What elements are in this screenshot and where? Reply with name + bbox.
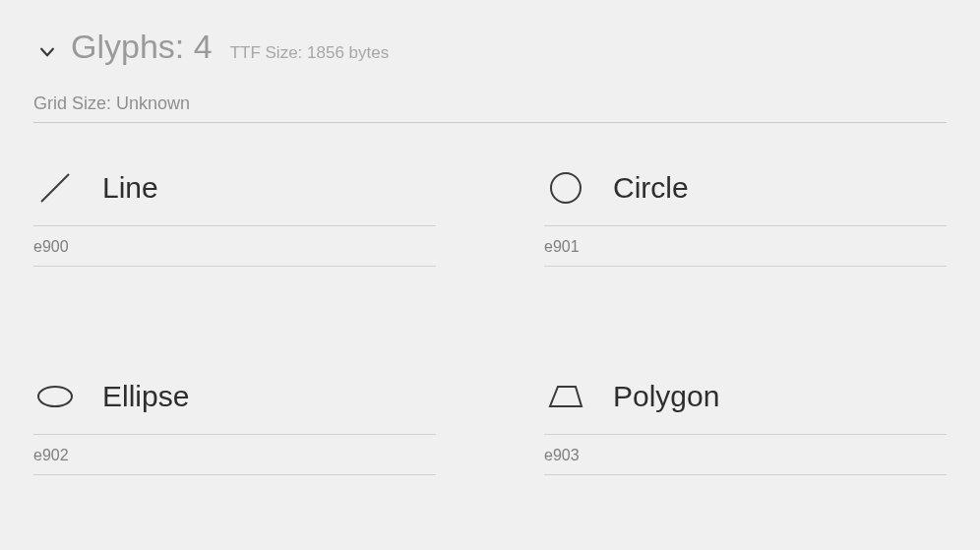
glyph-code[interactable]: e902	[33, 435, 436, 475]
glyph-name[interactable]: Line	[102, 171, 436, 205]
glyph-name[interactable]: Circle	[613, 171, 947, 205]
polygon-icon	[544, 375, 587, 418]
svg-point-2	[38, 387, 72, 406]
svg-marker-3	[550, 387, 582, 406]
ellipse-icon	[33, 375, 77, 418]
section-header: Glyphs: 4 TTF Size: 1856 bytes	[33, 28, 947, 66]
circle-icon	[544, 166, 587, 210]
grid-size-row: Grid Size: Unknown	[33, 93, 947, 123]
glyph-card[interactable]: Circle e901	[544, 166, 947, 267]
glyph-code[interactable]: e901	[544, 226, 947, 267]
line-icon	[33, 166, 77, 210]
glyph-card[interactable]: Line e900	[33, 166, 436, 267]
glyph-card[interactable]: Polygon e903	[544, 375, 947, 475]
section-title: Glyphs: 4	[71, 28, 213, 66]
glyph-name[interactable]: Ellipse	[102, 380, 436, 413]
glyph-name[interactable]: Polygon	[613, 380, 947, 413]
svg-line-0	[41, 174, 69, 202]
ttf-size-label: TTF Size: 1856 bytes	[230, 43, 390, 63]
chevron-down-icon[interactable]	[33, 38, 61, 66]
svg-point-1	[551, 173, 581, 203]
glyph-code[interactable]: e903	[544, 435, 947, 475]
glyph-code[interactable]: e900	[33, 226, 436, 267]
glyph-card[interactable]: Ellipse e902	[33, 375, 436, 475]
